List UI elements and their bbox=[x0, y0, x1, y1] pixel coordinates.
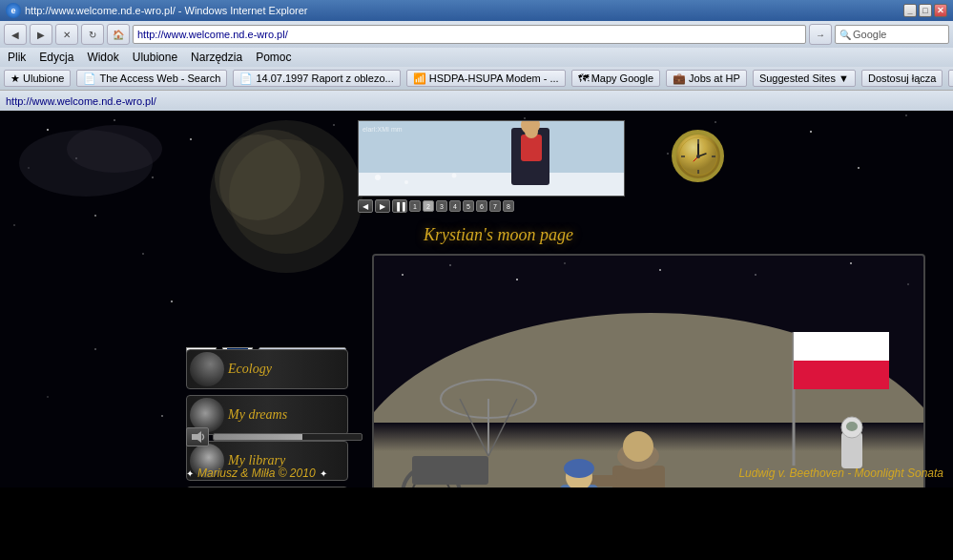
menu-edycja[interactable]: Edycja bbox=[39, 51, 73, 64]
menu-plik[interactable]: Plik bbox=[8, 51, 26, 64]
svg-rect-66 bbox=[794, 361, 889, 389]
photo-dot-8[interactable]: 8 bbox=[503, 200, 514, 212]
footer-left-area: ✦ Mariusz & Milła © 2010 ✦ bbox=[186, 467, 327, 480]
fav-item-1[interactable]: 📄 The Access Web - Search bbox=[76, 70, 227, 87]
svg-point-16 bbox=[152, 176, 154, 178]
svg-point-84 bbox=[846, 422, 858, 431]
svg-rect-33 bbox=[521, 135, 542, 161]
photo-prev-button[interactable]: ◀ bbox=[358, 199, 373, 213]
moon-icon-ecology bbox=[190, 352, 224, 386]
svg-rect-30 bbox=[359, 173, 624, 197]
refresh-button[interactable]: ↻ bbox=[81, 24, 104, 45]
audio-bar bbox=[186, 426, 363, 447]
stop-button[interactable]: ✕ bbox=[55, 24, 78, 45]
svg-point-18 bbox=[667, 153, 669, 155]
svg-point-51 bbox=[449, 264, 451, 266]
forward-button[interactable]: ▶ bbox=[30, 24, 52, 45]
fav-item-5[interactable]: 💼 Jobs at HP bbox=[666, 70, 747, 87]
audio-play-button[interactable] bbox=[186, 427, 209, 446]
audio-progress-bar[interactable] bbox=[213, 433, 363, 441]
photo-dot-6[interactable]: 6 bbox=[476, 200, 487, 212]
photo-dot-5[interactable]: 5 bbox=[463, 200, 474, 212]
top-photo-area: elarI:XMI mm ◀ ▶ ▐▐ 1 2 3 4 5 6 7 8 bbox=[358, 120, 639, 216]
photo-controls: ◀ ▶ ▐▐ 1 2 3 4 5 6 7 8 bbox=[358, 199, 639, 213]
svg-point-20 bbox=[13, 224, 14, 225]
svg-point-21 bbox=[94, 215, 96, 217]
page-icon-3: 📶 bbox=[413, 73, 426, 85]
search-label[interactable]: Google bbox=[853, 29, 886, 40]
svg-point-25 bbox=[47, 396, 48, 397]
back-button[interactable]: ◀ bbox=[4, 24, 27, 45]
svg-point-54 bbox=[659, 269, 661, 271]
svg-point-19 bbox=[858, 167, 860, 169]
maps-icon: 🗺 bbox=[578, 73, 589, 84]
winter-photo-svg: elarI:XMI mm bbox=[359, 120, 624, 197]
minimize-button[interactable]: _ bbox=[903, 4, 917, 17]
svg-rect-65 bbox=[794, 332, 889, 361]
svg-point-28 bbox=[67, 125, 162, 173]
ie-icon: e bbox=[6, 3, 21, 18]
clock-svg bbox=[674, 133, 722, 180]
photo-pause-button[interactable]: ▐▐ bbox=[392, 199, 407, 213]
top-photo-frame: elarI:XMI mm bbox=[358, 120, 625, 197]
home-button[interactable]: 🏠 bbox=[107, 24, 130, 45]
svg-point-22 bbox=[142, 253, 144, 255]
svg-point-23 bbox=[171, 301, 173, 302]
fav-suggested[interactable]: Suggested Sites ▼ bbox=[753, 70, 856, 87]
footer-music: Ludwig v. Beethoven - Moonlight Sonata bbox=[738, 467, 943, 480]
page-icon-2: 📄 bbox=[239, 73, 253, 85]
nav-film-button[interactable]: The film bbox=[186, 487, 348, 487]
menu-narzedzia[interactable]: Narzędzia bbox=[191, 51, 242, 64]
photo-dot-1[interactable]: 1 bbox=[409, 200, 421, 212]
search-icon: 🔍 bbox=[839, 30, 851, 40]
footer-right-area: Ludwig v. Beethoven - Moonlight Sonata bbox=[738, 467, 943, 480]
nav-bar: ◀ ▶ ✕ ↻ 🏠 http://www.welcome.nd.e-wro.pl… bbox=[0, 21, 953, 48]
page-title: Krystian's moon page bbox=[358, 225, 639, 245]
svg-point-9 bbox=[524, 117, 525, 118]
svg-point-34 bbox=[525, 125, 538, 138]
page-icon-1: 📄 bbox=[83, 73, 96, 85]
fav-more[interactable]: Pobierz więcej dodatków ▼ bbox=[948, 70, 953, 87]
jobs-icon: 💼 bbox=[673, 73, 686, 85]
title-bar-buttons: _ □ ✕ bbox=[903, 4, 947, 17]
fav-ulubione[interactable]: ★ Ulubione bbox=[4, 70, 71, 87]
menu-ulubione[interactable]: Ulubione bbox=[133, 51, 177, 64]
svg-point-57 bbox=[907, 283, 908, 284]
fav-item-4[interactable]: 🗺 Mapy Google bbox=[571, 70, 660, 87]
close-button[interactable]: ✕ bbox=[934, 4, 947, 17]
favorites-bar: ★ Ulubione 📄 The Access Web - Search 📄 1… bbox=[0, 67, 953, 90]
svg-point-26 bbox=[161, 415, 163, 417]
svg-point-53 bbox=[564, 262, 565, 263]
nav-ecology-button[interactable]: Ecology bbox=[186, 349, 348, 389]
svg-point-11 bbox=[715, 121, 716, 123]
photo-dot-3[interactable]: 3 bbox=[436, 200, 447, 212]
go-button[interactable]: → bbox=[809, 24, 832, 45]
menu-widok[interactable]: Widok bbox=[87, 51, 118, 64]
svg-point-3 bbox=[215, 135, 300, 220]
fav-customize[interactable]: Dostosuj łącza bbox=[861, 70, 943, 87]
photo-dot-2[interactable]: 2 bbox=[423, 200, 434, 212]
menu-pomoc[interactable]: Pomoc bbox=[256, 51, 291, 64]
svg-point-35 bbox=[375, 175, 381, 180]
svg-point-56 bbox=[850, 262, 852, 264]
footer-star-1: ✦ bbox=[186, 468, 194, 479]
clock-widget bbox=[672, 130, 724, 182]
svg-point-24 bbox=[94, 348, 96, 350]
address-bar[interactable]: http://www.welcome.nd.e-wro.pl/ bbox=[133, 25, 806, 44]
menu-bar: Plik Edycja Widok Ulubione Narzędzia Pom… bbox=[0, 48, 953, 67]
fav-item-2[interactable]: 📄 14.07.1997 Raport z oblezo... bbox=[233, 70, 400, 87]
svg-point-6 bbox=[190, 138, 192, 140]
svg-point-55 bbox=[755, 274, 756, 276]
maximize-button[interactable]: □ bbox=[919, 4, 932, 17]
svg-point-50 bbox=[402, 274, 404, 276]
fav-item-3[interactable]: 📶 HSDPA-HSUPA Modem - ... bbox=[406, 70, 566, 87]
photo-next-button[interactable]: ▶ bbox=[375, 199, 390, 213]
page-status-bar: http://www.welcome.nd.e-wro.pl/ bbox=[0, 90, 953, 111]
footer-star-2: ✦ bbox=[320, 468, 327, 479]
svg-marker-85 bbox=[192, 431, 201, 443]
photo-dot-4[interactable]: 4 bbox=[449, 200, 461, 212]
dreams-label: My dreams bbox=[228, 407, 287, 423]
ecology-label: Ecology bbox=[228, 362, 272, 377]
speaker-icon bbox=[190, 430, 205, 444]
photo-dot-7[interactable]: 7 bbox=[489, 200, 501, 212]
